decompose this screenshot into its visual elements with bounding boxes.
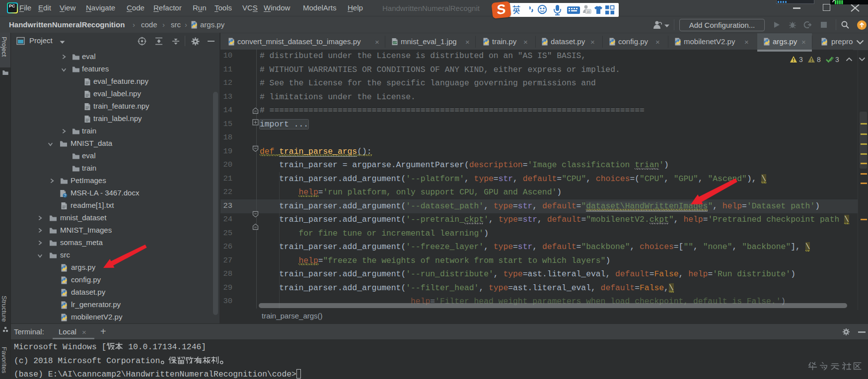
svg-text:16: 16 xyxy=(586,10,590,13)
